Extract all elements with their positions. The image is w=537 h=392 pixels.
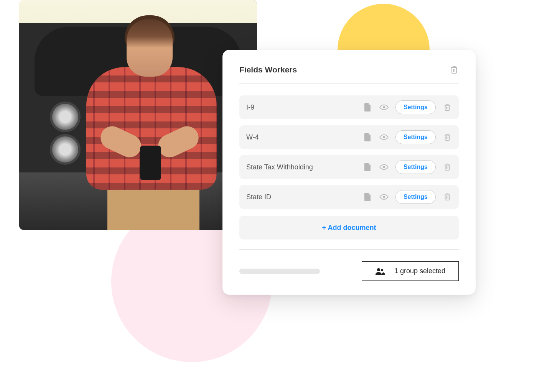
- trash-icon: [450, 65, 458, 74]
- file-icon: [364, 103, 371, 112]
- document-name: I-9: [246, 103, 363, 112]
- svg-point-9: [377, 268, 380, 271]
- add-document-button[interactable]: + Add document: [239, 216, 459, 239]
- document-settings-button[interactable]: Settings: [395, 130, 436, 144]
- document-delete-button[interactable]: [443, 192, 452, 202]
- document-name: W-4: [246, 133, 363, 141]
- file-icon: [364, 163, 371, 171]
- trash-icon: [443, 163, 451, 171]
- eye-icon: [379, 134, 389, 141]
- document-view-button[interactable]: [379, 133, 389, 142]
- document-delete-button[interactable]: [443, 103, 452, 112]
- document-name: State ID: [246, 193, 363, 201]
- document-row: W-4 Settings: [239, 125, 459, 149]
- delete-panel-button[interactable]: [450, 65, 459, 74]
- settings-label: Settings: [404, 194, 428, 200]
- document-view-button[interactable]: [379, 192, 389, 202]
- document-actions: Settings: [363, 100, 452, 114]
- settings-label: Settings: [404, 134, 428, 140]
- trash-icon: [443, 193, 451, 201]
- panel-footer: 1 group selected: [239, 261, 459, 281]
- eye-icon: [379, 194, 389, 200]
- svg-rect-4: [445, 135, 450, 141]
- svg-point-10: [381, 269, 383, 271]
- group-selector-button[interactable]: 1 group selected: [362, 261, 459, 281]
- settings-label: Settings: [404, 104, 428, 110]
- document-row: State Tax Withholding Settings: [239, 155, 459, 179]
- document-actions: Settings: [363, 190, 452, 204]
- settings-label: Settings: [404, 164, 428, 170]
- file-icon: [364, 133, 371, 141]
- divider: [239, 249, 459, 250]
- svg-rect-2: [445, 105, 450, 111]
- document-settings-button[interactable]: Settings: [395, 100, 436, 114]
- document-file-button[interactable]: [363, 103, 372, 112]
- document-name: State Tax Withholding: [246, 163, 363, 171]
- document-delete-button[interactable]: [443, 162, 452, 172]
- svg-point-3: [383, 136, 385, 138]
- svg-rect-6: [445, 165, 450, 171]
- hero-photo: [19, 0, 257, 230]
- eye-icon: [379, 164, 389, 171]
- eye-icon: [379, 104, 389, 111]
- document-actions: Settings: [363, 160, 452, 174]
- svg-point-5: [383, 166, 385, 168]
- svg-rect-8: [445, 195, 450, 200]
- panel-title: Fields Workers: [239, 65, 297, 74]
- trash-icon: [443, 103, 451, 112]
- document-file-button[interactable]: [363, 162, 372, 172]
- trash-icon: [443, 133, 451, 141]
- document-settings-button[interactable]: Settings: [395, 160, 436, 174]
- document-actions: Settings: [363, 130, 452, 144]
- document-delete-button[interactable]: [443, 133, 452, 142]
- add-document-label: + Add document: [322, 224, 376, 232]
- document-file-button[interactable]: [363, 133, 372, 142]
- placeholder-bar: [239, 269, 320, 274]
- svg-point-1: [383, 106, 385, 108]
- document-settings-button[interactable]: Settings: [395, 190, 436, 204]
- document-file-button[interactable]: [363, 192, 372, 202]
- documents-panel: Fields Workers I-9: [222, 50, 476, 295]
- svg-point-7: [383, 196, 385, 198]
- panel-header: Fields Workers: [239, 65, 459, 84]
- document-row: State ID Settings: [239, 185, 459, 209]
- people-icon: [375, 268, 385, 275]
- file-icon: [364, 193, 371, 201]
- document-view-button[interactable]: [379, 162, 389, 172]
- svg-rect-0: [452, 67, 456, 73]
- group-selected-label: 1 group selected: [394, 267, 445, 275]
- document-row: I-9 Settings: [239, 95, 459, 119]
- document-list: I-9 Settings: [239, 95, 459, 209]
- document-view-button[interactable]: [379, 103, 389, 112]
